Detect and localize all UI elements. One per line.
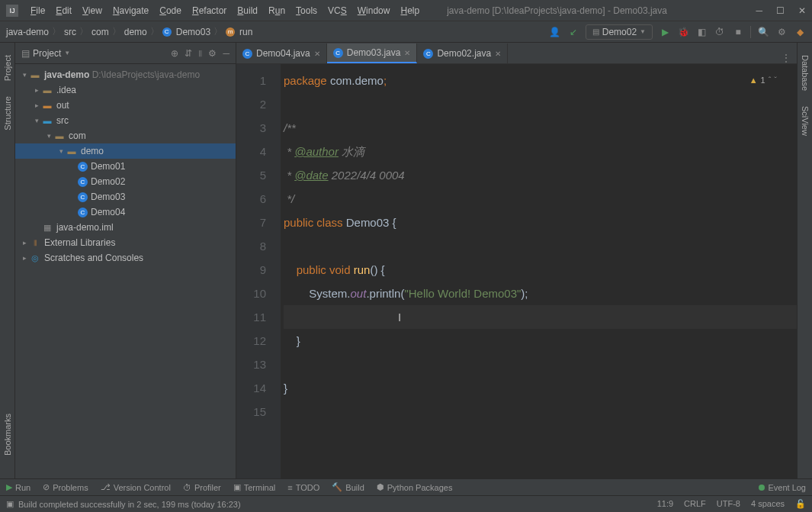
class-icon: C — [242, 49, 252, 59]
code-editor[interactable]: 123456789101112131415 ▲1 ˆˇ package com.… — [236, 64, 797, 478]
tw-terminal[interactable]: ▣Terminal — [233, 482, 276, 492]
class-icon: C — [78, 192, 88, 202]
misc-icon[interactable]: ◆ — [794, 26, 806, 38]
menu-code[interactable]: Code — [155, 3, 186, 18]
tree-scratches[interactable]: ▸◎Scratches and Consoles — [15, 250, 236, 266]
status-message: Build completed successfully in 2 sec, 1… — [18, 500, 241, 509]
back-icon[interactable]: ↙ — [567, 26, 579, 38]
status-icon[interactable]: ▣ — [6, 499, 14, 509]
statusbar: ▣ Build completed successfully in 2 sec,… — [0, 495, 812, 512]
database-tab[interactable]: Database — [801, 55, 810, 91]
editor-tabs: C Demo04.java ✕ C Demo03.java ✕ C Demo02… — [236, 43, 797, 64]
sciview-tab[interactable]: SciView — [801, 106, 810, 136]
menu-file[interactable]: File — [26, 3, 50, 18]
method-icon: m — [226, 27, 235, 37]
breadcrumb-project[interactable]: java-demo — [6, 27, 49, 37]
tree-idea[interactable]: ▸▬.idea — [15, 82, 236, 98]
breadcrumb-demo[interactable]: demo — [124, 27, 147, 37]
inspection-indicator[interactable]: ▲1 ˆˇ — [749, 69, 777, 92]
tree-file-demo01[interactable]: CDemo01 — [15, 159, 236, 174]
menu-run[interactable]: Run — [264, 3, 290, 18]
debug-icon[interactable]: 🐞 — [677, 26, 689, 38]
status-pos[interactable]: 11:9 — [657, 499, 673, 509]
user-add-icon[interactable]: 👤 — [549, 26, 561, 38]
app-logo: IJ — [6, 5, 18, 17]
menu-vcs[interactable]: VCS — [323, 3, 351, 18]
run-config-selector[interactable]: ▤ Demo02 ▼ — [586, 24, 653, 40]
tree-root[interactable]: ▾▬ java-demo D:\IdeaProjects\java-demo — [15, 67, 236, 82]
tab-close-icon[interactable]: ✕ — [404, 49, 410, 57]
window-title: java-demo [D:\IdeaProjects\java-demo] - … — [447, 5, 667, 16]
tw-python[interactable]: ⬢Python Packages — [377, 482, 453, 492]
menu-view[interactable]: View — [78, 3, 107, 18]
breadcrumb-method[interactable]: run — [239, 27, 252, 37]
expand-all-icon[interactable]: ⇵ — [185, 48, 192, 59]
hide-panel-icon[interactable]: ─ — [223, 48, 229, 59]
left-tool-strip: Project Structure Bookmarks — [0, 43, 15, 478]
class-icon: C — [78, 162, 88, 172]
maximize-icon[interactable]: ☐ — [776, 5, 785, 16]
tree-file-demo03[interactable]: CDemo03 — [15, 189, 236, 204]
search-icon[interactable]: 🔍 — [757, 26, 769, 38]
right-tool-strip: Database SciView — [797, 43, 812, 478]
panel-title[interactable]: ▤ Project ▼ — [21, 48, 70, 59]
coverage-icon[interactable]: ◧ — [695, 26, 708, 38]
menu-refactor[interactable]: Refactor — [188, 3, 231, 18]
menu-tools[interactable]: Tools — [291, 3, 322, 18]
tree-com[interactable]: ▾▬com — [15, 128, 236, 143]
status-readonly-icon[interactable]: 🔓 — [795, 499, 806, 509]
run-config-name: Demo02 — [602, 27, 637, 37]
breadcrumb-src[interactable]: src — [64, 27, 76, 37]
tw-build[interactable]: 🔨Build — [332, 482, 364, 492]
tw-run[interactable]: ▶Run — [6, 482, 30, 492]
tab-demo03[interactable]: C Demo03.java ✕ — [327, 43, 418, 63]
breadcrumb-com[interactable]: com — [91, 27, 109, 37]
bookmarks-tab[interactable]: Bookmarks — [3, 414, 12, 456]
close-icon[interactable]: ✕ — [798, 5, 806, 16]
tab-close-icon[interactable]: ✕ — [495, 50, 501, 58]
project-tab[interactable]: Project — [3, 55, 12, 81]
tw-vcs[interactable]: ⎇Version Control — [101, 482, 171, 492]
select-opened-icon[interactable]: ⊕ — [171, 48, 178, 59]
tree-file-demo04[interactable]: CDemo04 — [15, 204, 236, 220]
panel-settings-icon[interactable]: ⚙ — [208, 48, 217, 59]
project-tree: ▾▬ java-demo D:\IdeaProjects\java-demo ▸… — [15, 64, 236, 478]
settings-icon[interactable]: ⚙ — [775, 26, 788, 38]
class-icon: C — [78, 208, 88, 217]
menu-edit[interactable]: Edit — [51, 3, 76, 18]
tree-ext-libs[interactable]: ▸⫴External Libraries — [15, 235, 236, 250]
menu-build[interactable]: Build — [233, 3, 262, 18]
menu-window[interactable]: Window — [353, 3, 395, 18]
class-icon: C — [333, 48, 343, 58]
menubar: File Edit View Navigate Code Refactor Bu… — [26, 3, 424, 18]
structure-tab[interactable]: Structure — [3, 96, 12, 130]
run-icon[interactable]: ▶ — [659, 26, 671, 38]
profiler-icon[interactable]: ⏱ — [714, 26, 726, 38]
line-numbers: 123456789101112131415 — [236, 64, 281, 478]
tw-profiler[interactable]: ⏱Profiler — [183, 483, 221, 492]
collapse-all-icon[interactable]: ⫴ — [198, 48, 202, 59]
breadcrumb: java-demo〉 src〉 com〉 demo〉 CDemo03〉 mrun — [6, 25, 252, 38]
stop-icon[interactable]: ■ — [732, 26, 744, 38]
status-enc[interactable]: UTF-8 — [717, 499, 740, 509]
tw-problems[interactable]: ⊘Problems — [43, 482, 88, 492]
bottom-tool-strip: ▶Run ⊘Problems ⎇Version Control ⏱Profile… — [0, 478, 812, 495]
minimize-icon[interactable]: ─ — [756, 5, 762, 16]
tab-demo04[interactable]: C Demo04.java ✕ — [236, 43, 327, 63]
menu-navigate[interactable]: Navigate — [108, 3, 153, 18]
menu-help[interactable]: Help — [396, 3, 424, 18]
tree-src[interactable]: ▾▬src — [15, 113, 236, 128]
class-icon: C — [78, 177, 88, 187]
tabs-more-icon[interactable]: ⋮ — [775, 53, 797, 63]
tree-iml[interactable]: ▦java-demo.iml — [15, 220, 236, 235]
breadcrumb-class[interactable]: Demo03 — [176, 27, 210, 37]
tw-event-log[interactable]: Event Log — [759, 483, 806, 492]
tw-todo[interactable]: ≡TODO — [287, 483, 319, 492]
status-sep[interactable]: CRLF — [684, 499, 706, 509]
tree-file-demo02[interactable]: CDemo02 — [15, 174, 236, 189]
tree-demo-pkg[interactable]: ▾▬demo — [15, 143, 236, 159]
tree-out[interactable]: ▸▬out — [15, 98, 236, 113]
tab-demo02[interactable]: C Demo02.java ✕ — [417, 43, 508, 63]
status-indent[interactable]: 4 spaces — [751, 499, 785, 509]
tab-close-icon[interactable]: ✕ — [314, 50, 320, 58]
